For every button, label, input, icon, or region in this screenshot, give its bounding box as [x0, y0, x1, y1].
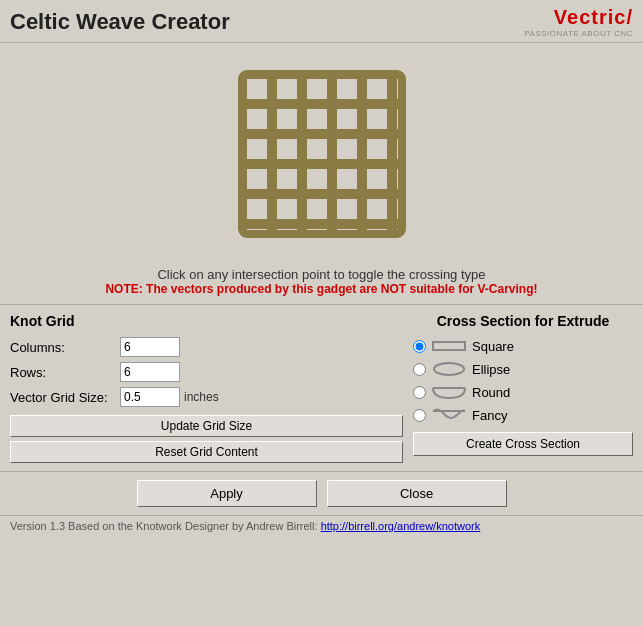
celtic-weave-image: [227, 59, 417, 249]
knot-grid-title: Knot Grid: [10, 313, 403, 329]
columns-input[interactable]: [120, 337, 180, 357]
version-text: Version 1.3 Based on the Knotwork Design…: [10, 520, 321, 532]
ellipse-radio[interactable]: [413, 363, 426, 376]
fancy-shape-icon: [430, 406, 468, 424]
main-content: Click on any intersection point to toggl…: [0, 43, 643, 471]
cross-section-square-row: Square: [413, 337, 633, 355]
app-title: Celtic Weave Creator: [10, 9, 230, 35]
svg-rect-40: [242, 74, 402, 234]
version-link[interactable]: http://birrell.org/andrew/knotwork: [321, 520, 481, 532]
ellipse-label: Ellipse: [472, 362, 510, 377]
svg-point-43: [434, 363, 464, 375]
logo-subtitle: Passionate About CNC: [524, 29, 633, 38]
update-grid-button[interactable]: Update Grid Size: [10, 415, 403, 437]
apply-button[interactable]: Apply: [137, 480, 317, 507]
vector-size-input[interactable]: [120, 387, 180, 407]
logo-text: Vectric: [554, 6, 627, 28]
rows-row: Rows:: [10, 362, 403, 382]
logo-slash: /: [626, 6, 633, 28]
cross-section-fancy-row: Fancy: [413, 406, 633, 424]
columns-row: Columns:: [10, 337, 403, 357]
cross-section-ellipse-row: Ellipse: [413, 360, 633, 378]
columns-label: Columns:: [10, 340, 120, 355]
fancy-label: Fancy: [472, 408, 507, 423]
close-button[interactable]: Close: [327, 480, 507, 507]
info-area: Click on any intersection point to toggl…: [0, 259, 643, 298]
vectric-logo: Vectric/ Passionate About CNC: [524, 6, 633, 38]
celtic-image-area: [0, 43, 643, 259]
logo-name: Vectric/: [554, 6, 633, 29]
rows-input[interactable]: [120, 362, 180, 382]
grid-buttons: Update Grid Size Reset Grid Content: [10, 415, 403, 463]
cross-section-panel: Cross Section for Extrude Square: [413, 313, 633, 463]
ellipse-shape-icon: [430, 360, 468, 378]
bottom-panel: Knot Grid Columns: Rows: Vector Grid Siz…: [0, 305, 643, 471]
rows-label: Rows:: [10, 365, 120, 380]
svg-rect-42: [433, 342, 465, 350]
warning-text: NOTE: The vectors produced by this gadge…: [0, 282, 643, 296]
vector-size-label: Vector Grid Size:: [10, 390, 120, 405]
round-label: Round: [472, 385, 510, 400]
square-radio[interactable]: [413, 340, 426, 353]
round-shape-icon: [430, 383, 468, 401]
reset-grid-button[interactable]: Reset Grid Content: [10, 441, 403, 463]
cross-section-title: Cross Section for Extrude: [413, 313, 633, 329]
square-label: Square: [472, 339, 514, 354]
header: Celtic Weave Creator Vectric/ Passionate…: [0, 0, 643, 43]
round-radio[interactable]: [413, 386, 426, 399]
vector-size-unit: inches: [184, 390, 219, 404]
footer-buttons: Apply Close: [0, 471, 643, 515]
create-cross-section-button[interactable]: Create Cross Section: [413, 432, 633, 456]
click-instruction: Click on any intersection point to toggl…: [0, 267, 643, 282]
version-bar: Version 1.3 Based on the Knotwork Design…: [0, 515, 643, 536]
vector-size-row: Vector Grid Size: inches: [10, 387, 403, 407]
knot-grid-panel: Knot Grid Columns: Rows: Vector Grid Siz…: [10, 313, 403, 463]
fancy-radio[interactable]: [413, 409, 426, 422]
square-shape-icon: [430, 337, 468, 355]
cross-section-round-row: Round: [413, 383, 633, 401]
